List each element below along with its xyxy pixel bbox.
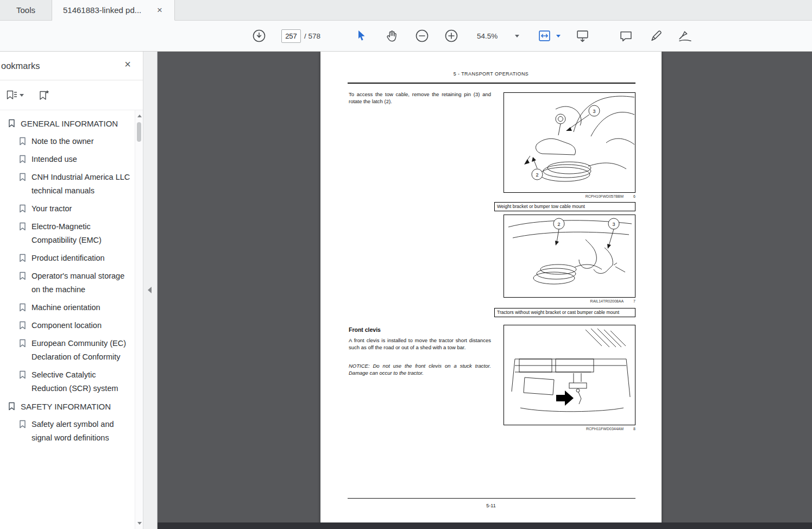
bookmark-label: SAFETY INFORMATION [21,400,111,413]
monitor-arrow-icon [576,29,589,43]
download-icon [252,29,266,43]
bookmark-icon [8,117,16,130]
bookmark-icon [18,153,27,166]
download-button[interactable] [252,21,266,51]
select-tool-button[interactable] [356,21,367,51]
bookmark-label: Machine orientation [32,301,100,314]
bookmark-icon [18,269,27,297]
tab-tools[interactable]: Tools [0,0,52,20]
figure-6-caption: RCPH10FWD057BBM 6 [503,194,635,198]
figure-7-code: RAIL14TR02008AA [590,299,624,303]
tab-document[interactable]: 51461883-linked pd... × [52,0,175,21]
bookmark-item[interactable]: Operator's manual storage on the machine [0,267,134,299]
callout-2: 2 [557,222,560,227]
bookmark-icon [8,400,16,413]
page-display-button[interactable] [576,21,589,51]
bookmark-label: Selective Catalytic Reduction (SCR) syst… [32,368,130,395]
bookmark-label: Intended use [32,153,77,166]
bookmark-icon [18,135,27,148]
bookmark-item[interactable]: CNH Industrial America LLC technical man… [0,168,134,200]
bookmark-item[interactable]: Machine orientation [0,299,134,317]
select-cursor-icon [356,30,367,42]
bookmark-item[interactable]: Electro-Magnetic Compatibility (EMC) [0,218,134,249]
bookmark-icon [18,319,27,332]
bookmark-label: European Community (EC) Declaration of C… [32,337,130,364]
close-panel-icon[interactable]: × [124,59,131,70]
panel-title: ookmarks [0,61,40,71]
bookmark-item[interactable]: Product identification [0,249,134,267]
bookmark-label: Component location [32,319,102,332]
bookmark-item[interactable]: Safety alert symbol and signal word defi… [0,415,134,447]
bookmark-label: Product identification [32,251,105,265]
document-canvas: 5 - TRANSPORT OPERATIONS To access the t… [158,52,812,529]
bookmark-item[interactable]: Note to the owner [0,133,134,150]
horizontal-scrollbar[interactable] [158,522,812,529]
bookmark-item[interactable]: Component location [0,317,134,335]
page-fit-dropdown[interactable] [538,21,561,51]
front-clevis-heading: Front clevis [349,326,381,333]
bookmark-icon [18,202,27,216]
chevron-down-icon [20,94,24,97]
bookmark-label: Operator's manual storage on the machine [32,269,130,297]
scroll-down-icon[interactable] [137,522,142,525]
callout-3: 3 [593,109,595,114]
bookmark-icon [18,251,27,265]
add-bookmark-button[interactable] [38,90,50,101]
scroll-up-icon[interactable] [137,115,142,117]
bookmark-item[interactable]: European Community (EC) Declaration of C… [0,335,134,366]
bookmark-list: GENERAL INFORMATION Note to the owner In… [0,115,134,529]
bookmark-label: Your tractor [32,202,72,216]
toolbar: / 578 54.5% [0,21,812,52]
footer-rule [348,498,635,499]
figure-6-label: Weight bracket or bumper tow cable mount [494,202,635,211]
bookmark-item[interactable]: Your tractor [0,200,134,218]
fit-width-icon [538,30,551,42]
comment-button[interactable] [619,21,633,51]
figure-8-number: 8 [633,427,635,431]
tab-document-label: 51461883-linked pd... [63,5,141,15]
page-footer-number: 5-11 [320,503,662,508]
bookmark-item[interactable]: Selective Catalytic Reduction (SCR) syst… [0,366,134,398]
sidebar-scrollbar[interactable] [135,110,143,529]
figure-6-number: 6 [633,194,635,198]
close-icon[interactable]: × [156,5,163,15]
bookmark-options-button[interactable] [5,90,24,100]
bookmark-icon [18,337,27,364]
figure-6-code: RCPH10FWD057BBM [586,194,624,198]
page-number-input[interactable] [281,29,301,43]
pdf-page: 5 - TRANSPORT OPERATIONS To access the t… [320,52,662,524]
front-clevis-paragraph: A front clevis is installed to move the … [349,337,491,351]
running-header: 5 - TRANSPORT OPERATIONS [320,71,662,77]
zoom-out-button[interactable] [415,21,429,51]
page-total-label: / 578 [304,32,320,40]
figure-8-code: RCPH11FWD0344AM [586,427,624,431]
callout-3: 3 [612,222,615,227]
collapse-panel-icon[interactable] [148,287,152,293]
figure-8 [503,325,635,425]
chevron-down-icon [556,35,561,37]
hand-tool-button[interactable] [386,21,397,51]
panel-splitter[interactable] [143,52,158,529]
scrollbar-thumb[interactable] [137,122,141,142]
bookmarks-toolbar [0,80,143,110]
bookmark-icon [18,301,27,314]
zoom-level-dropdown[interactable]: 54.5% [477,21,519,51]
sign-button[interactable] [678,21,693,51]
bookmark-item[interactable]: GENERAL INFORMATION [0,115,134,133]
page-navigation: / 578 [281,21,320,51]
callout-2: 2 [536,172,538,178]
bookmark-item[interactable]: SAFETY INFORMATION [0,398,134,415]
bookmark-label: Electro-Magnetic Compatibility (EMC) [32,220,130,247]
bookmark-label: CNH Industrial America LLC technical man… [32,171,130,198]
bookmark-item[interactable]: Intended use [0,150,134,168]
bookmark-label: Note to the owner [32,135,93,148]
draw-button[interactable] [650,21,663,51]
figure-7: 2 3 [503,215,635,298]
tab-bar: Tools 51461883-linked pd... × [0,0,812,21]
header-rule [348,83,635,84]
zoom-in-button[interactable] [444,21,458,51]
figure-8-caption: RCPH11FWD0344AM 8 [503,427,635,431]
comment-icon [619,30,633,42]
zoom-out-icon [415,29,429,43]
figure-7-caption: RAIL14TR02008AA 7 [503,299,635,303]
